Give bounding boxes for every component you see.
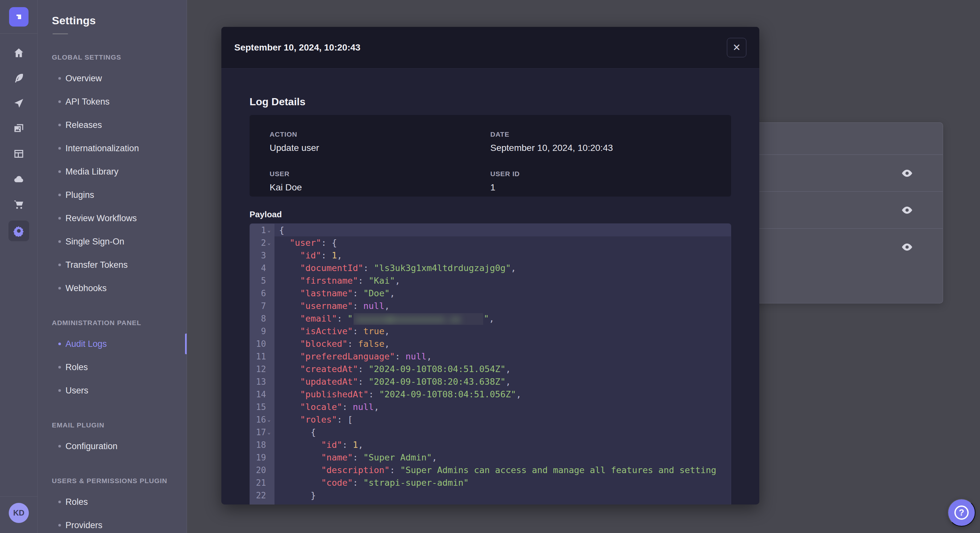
code-text: "preferedLanguage": null,	[275, 350, 731, 363]
bullet-icon	[58, 170, 61, 173]
bullet-icon	[58, 524, 61, 527]
view-details-button[interactable]	[900, 204, 913, 217]
view-details-button[interactable]	[900, 241, 913, 254]
code-text: "locale": null,	[275, 401, 731, 413]
code-text: ]	[275, 501, 731, 504]
code-line: 13⌄ "updatedAt": "2024-09-10T08:20:43.63…	[250, 375, 731, 388]
code-text: "publishedAt": "2024-09-10T08:04:51.056Z…	[275, 388, 731, 401]
bullet-icon	[58, 287, 61, 289]
send-icon[interactable]	[0, 90, 38, 116]
field-label: USER ID	[490, 170, 711, 178]
sidebar-item-plugins[interactable]: Plugins	[38, 183, 187, 206]
marketplace-cart-icon[interactable]	[0, 192, 38, 217]
line-number: 11⌄	[250, 350, 275, 363]
nav-settings-active[interactable]	[0, 217, 38, 245]
code-line: 16⌄ "roles": [	[250, 413, 731, 426]
payload-code-editor[interactable]: 1⌄{2⌄ "user": {3⌄ "id": 1,4⌄ "documentId…	[250, 224, 731, 504]
code-text: "isActive": true,	[275, 325, 731, 338]
line-number: 5⌄	[250, 274, 275, 287]
code-text: "lastname": "Doe",	[275, 287, 731, 300]
sidebar-item-releases[interactable]: Releases	[38, 113, 187, 136]
gear-icon	[13, 225, 25, 237]
home-icon[interactable]	[0, 40, 38, 65]
avatar[interactable]: KD	[9, 503, 29, 523]
fold-chevron-icon[interactable]: ⌄	[266, 227, 272, 233]
code-line: 21⌄ "code": "strapi-super-admin"	[250, 476, 731, 489]
strapi-logo-icon[interactable]	[9, 7, 29, 27]
line-number: 14⌄	[250, 388, 275, 401]
code-text: "username": null,	[275, 300, 731, 312]
line-number: 22⌄	[250, 489, 275, 501]
field-label: USER	[270, 170, 490, 178]
bullet-icon	[58, 240, 61, 243]
code-line: 22⌄ }	[250, 489, 731, 501]
sidebar-item-media-library[interactable]: Media Library	[38, 160, 187, 183]
code-text: "id": 1,	[275, 249, 731, 262]
code-line: 5⌄ "firstname": "Kai",	[250, 274, 731, 287]
close-button[interactable]: ✕	[727, 38, 746, 57]
help-button[interactable]: ?	[948, 499, 975, 527]
code-line: 9⌄ "isActive": true,	[250, 325, 731, 338]
code-line: 23⌄ ]	[250, 501, 731, 504]
bullet-icon	[58, 263, 61, 266]
line-number: 20⌄	[250, 464, 275, 476]
strapi-logo-glyph	[13, 11, 24, 22]
cloud-icon[interactable]	[0, 167, 38, 192]
line-number: 23⌄	[250, 501, 275, 504]
log-details-heading: Log Details	[250, 96, 731, 108]
fold-chevron-icon[interactable]: ⌄	[266, 429, 272, 435]
eye-icon	[901, 204, 913, 216]
view-details-button[interactable]	[900, 167, 913, 180]
content-manager-icon[interactable]	[0, 141, 38, 167]
active-indicator	[185, 333, 187, 354]
sidebar-item-overview[interactable]: Overview	[38, 67, 187, 90]
line-number: 13⌄	[250, 375, 275, 388]
sidebar-item-webhooks[interactable]: Webhooks	[38, 276, 187, 300]
sidebar-item-providers[interactable]: Providers	[38, 514, 187, 533]
sidebar-section-header: ADMINISTRATION PANEL	[52, 314, 187, 332]
close-icon: ✕	[732, 43, 740, 52]
code-text: "roles": [	[275, 413, 731, 426]
feather-icon[interactable]	[0, 65, 38, 90]
fold-chevron-icon[interactable]: ⌄	[266, 416, 272, 423]
media-library-icon[interactable]	[0, 116, 38, 141]
sidebar-item-roles[interactable]: Roles	[38, 355, 187, 379]
bullet-icon	[58, 124, 61, 126]
bullet-icon	[58, 77, 61, 80]
code-text: {	[275, 224, 731, 236]
line-number: 12⌄	[250, 363, 275, 375]
sidebar-item-transfer-tokens[interactable]: Transfer Tokens	[38, 253, 187, 276]
code-text: "description": "Super Admins can access …	[275, 464, 731, 476]
sidebar-section-header: EMAIL PLUGIN	[52, 416, 187, 435]
code-text: "createdAt": "2024-09-10T08:04:51.054Z",	[275, 363, 731, 375]
code-line: 10⌄ "blocked": false,	[250, 338, 731, 350]
payload-label: Payload	[250, 209, 731, 219]
bullet-icon	[58, 445, 61, 447]
fold-chevron-icon[interactable]: ⌄	[266, 240, 272, 246]
sidebar-item-internationalization[interactable]: Internationalization	[38, 136, 187, 160]
code-text: "name": "Super Admin",	[275, 451, 731, 464]
sidebar-item-roles[interactable]: Roles	[38, 490, 187, 514]
code-line: 11⌄ "preferedLanguage": null,	[250, 350, 731, 363]
sidebar-item-audit-logs[interactable]: Audit Logs	[38, 332, 187, 355]
sidebar-item-configuration[interactable]: Configuration	[38, 435, 187, 458]
rail-divider-bottom	[0, 497, 38, 497]
line-number: 1⌄	[250, 224, 275, 236]
line-number: 3⌄	[250, 249, 275, 262]
sidebar-item-users[interactable]: Users	[38, 379, 187, 402]
log-field-user-id: USER ID 1	[490, 170, 711, 193]
sidebar-item-review-workflows[interactable]: Review Workflows	[38, 206, 187, 230]
log-details-modal: September 10, 2024, 10:20:43 ✕ Log Detai…	[221, 27, 759, 504]
sidebar-item-single-sign-on[interactable]: Single Sign-On	[38, 230, 187, 253]
eye-icon	[901, 167, 913, 179]
code-line: 20⌄ "description": "Super Admins can acc…	[250, 464, 731, 476]
code-line: 14⌄ "publishedAt": "2024-09-10T08:04:51.…	[250, 388, 731, 401]
line-number: 2⌄	[250, 236, 275, 249]
modal-body: Log Details ACTION Update userDATE Septe…	[221, 96, 759, 504]
line-number: 19⌄	[250, 451, 275, 464]
code-line: 6⌄ "lastname": "Doe",	[250, 287, 731, 300]
code-text: }	[275, 489, 731, 501]
code-line: 15⌄ "locale": null,	[250, 401, 731, 413]
rail-divider	[0, 33, 38, 34]
sidebar-item-api-tokens[interactable]: API Tokens	[38, 90, 187, 113]
